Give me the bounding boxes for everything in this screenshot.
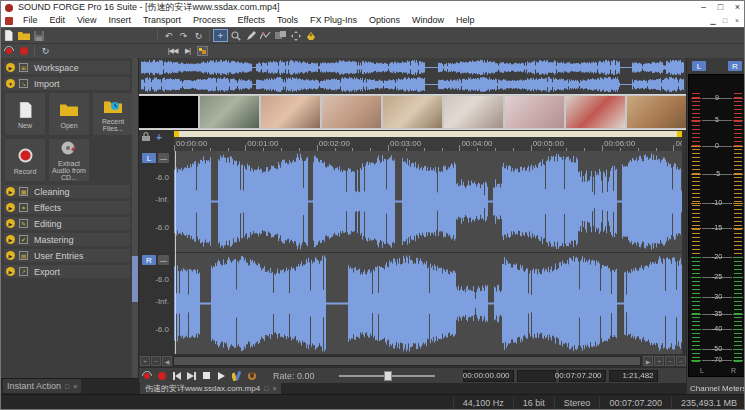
menu-tools[interactable]: Tools (271, 14, 304, 27)
record-icon[interactable] (154, 369, 169, 382)
sidebar-section-workspace[interactable]: ▶⊞Workspace (4, 61, 130, 74)
menu-window[interactable]: Window (406, 14, 450, 27)
go-to-end-icon[interactable] (184, 369, 199, 382)
zoom-in-icon[interactable]: + (140, 356, 150, 366)
open-file-button[interactable] (16, 29, 31, 42)
save-button[interactable] (31, 29, 46, 42)
sidebar-scrollbar[interactable] (132, 58, 138, 378)
record-button[interactable]: Record (5, 139, 45, 181)
loop-icon[interactable]: ↻ (38, 45, 53, 58)
menu-fx-plug-ins[interactable]: FX Plug-Ins (304, 14, 363, 27)
rate-slider[interactable] (339, 371, 435, 381)
go-to-start-icon[interactable]: |◀◀ (165, 45, 180, 58)
zoom-in-time-icon[interactable]: + (654, 356, 664, 366)
right-channel-waveform[interactable] (174, 253, 682, 354)
status-file-length: 00:07:07.200 (599, 397, 671, 410)
extract-audio-from-cd-button[interactable]: Extract Audio from CD... (49, 139, 89, 181)
record-icon[interactable] (16, 45, 31, 58)
meter-scale-label: -10 (689, 199, 745, 206)
mdi-close-button[interactable]: × (731, 15, 743, 27)
repeat-icon[interactable]: ↻ (191, 29, 206, 42)
mdi-restore-button[interactable]: □ (719, 15, 731, 27)
sidebar-section-effects[interactable]: ▶✶Effects (4, 201, 130, 214)
sidebar-section-user-entries[interactable]: ▶▤User Entries (4, 249, 130, 262)
selection-start-field[interactable] (517, 370, 556, 382)
tab-close-icon[interactable]: × (272, 385, 276, 392)
video-thumbnail (261, 96, 320, 128)
zoom-out-time-icon[interactable]: − (665, 356, 675, 366)
menu-edit[interactable]: Edit (44, 14, 72, 27)
left-channel-minimize-button[interactable]: — (158, 153, 169, 163)
menu-view[interactable]: View (71, 14, 102, 27)
menu-options[interactable]: Options (363, 14, 406, 27)
event-tool-button[interactable] (273, 29, 288, 42)
tab-restore-icon[interactable]: □ (264, 385, 268, 392)
menu-effects[interactable]: Effects (232, 14, 271, 27)
chevron-right-icon: ▶ (6, 63, 15, 72)
scroll-left-icon[interactable]: ◀ (162, 356, 172, 366)
close-button[interactable]: × (729, 1, 745, 14)
instant-action-tab-strip: Instant Action □ × (1, 378, 139, 394)
marker-grid-icon[interactable] (195, 45, 210, 58)
menu-insert[interactable]: Insert (102, 14, 137, 27)
transport-toolbar: ↻ |◀◀ ▶| (1, 43, 745, 58)
envelope-tool-button[interactable] (258, 29, 273, 42)
panel-close-icon[interactable]: × (73, 383, 77, 390)
channel-meters-title[interactable]: Channel Meters □ (687, 383, 745, 394)
go-to-start-icon[interactable] (169, 369, 184, 382)
minimize-button[interactable]: – (695, 1, 712, 14)
right-channel-button[interactable]: R (142, 255, 156, 265)
navigate-tool-button[interactable] (288, 29, 303, 42)
sidebar-section-export[interactable]: ▶↗Export (4, 265, 130, 278)
pencil-tool-button[interactable] (243, 29, 258, 42)
meter-left-button[interactable]: L (692, 61, 706, 71)
menu-help[interactable]: Help (450, 14, 481, 27)
menu-transport[interactable]: Transport (137, 14, 187, 27)
restore-button[interactable]: □ (712, 1, 729, 14)
selection-length-field[interactable]: 1:21,482 (609, 370, 658, 382)
play-icon[interactable] (214, 369, 229, 382)
sidebar-section-cleaning[interactable]: ▶▦Cleaning (4, 185, 130, 198)
left-channel-button[interactable]: L (142, 153, 156, 163)
undo-icon[interactable]: ↶ (161, 29, 176, 42)
new-button[interactable]: New (5, 93, 45, 135)
meter-right-button[interactable]: R (728, 61, 742, 71)
recent-files-button[interactable]: Recent Files... (93, 93, 133, 135)
instant-action-tab[interactable]: Instant Action □ × (3, 379, 81, 393)
left-channel-waveform[interactable] (174, 151, 682, 252)
snapping-tool-button[interactable] (303, 29, 318, 42)
sidebar-section-import[interactable]: ▼↘Import (4, 77, 130, 90)
right-channel-minimize-button[interactable]: — (158, 255, 169, 265)
go-to-end-icon[interactable]: ▶| (180, 45, 195, 58)
menu-file[interactable]: File (17, 14, 44, 27)
play-device-icon[interactable] (229, 369, 244, 382)
new-file-button[interactable] (1, 29, 16, 42)
edit-cursor[interactable] (175, 151, 176, 354)
mdi-minimize-button[interactable]: ▁ (707, 15, 719, 27)
zoom-fit-icon[interactable]: ↔ (676, 356, 686, 366)
stop-icon[interactable] (199, 369, 214, 382)
chevron-right-icon: ▶ (6, 251, 15, 260)
cursor-position-field[interactable]: 00:00:00.000 (463, 370, 514, 382)
selection-end-field[interactable]: 00:07:07.200 (559, 370, 606, 382)
redo-icon[interactable]: ↷ (176, 29, 191, 42)
rate-slider-knob[interactable] (384, 371, 392, 381)
sidebar-section-editing[interactable]: ▶✎Editing (4, 217, 130, 230)
zoom-out-icon[interactable]: − (151, 356, 161, 366)
menu-process[interactable]: Process (187, 14, 232, 27)
sidebar-section-mastering[interactable]: ▶✔Mastering (4, 233, 130, 246)
edit-tool-button[interactable]: + (213, 29, 228, 42)
audio-overview[interactable] (139, 58, 686, 94)
video-thumbnail (322, 96, 381, 128)
file-tab[interactable]: 伤速的安详www.ssdax.com.mp4 □ × (140, 383, 281, 394)
burn-cd-icon[interactable] (1, 45, 16, 58)
open-button[interactable]: Open (49, 93, 89, 135)
loop-playback-icon[interactable] (244, 369, 259, 382)
horizontal-scrollbar[interactable] (173, 356, 641, 366)
time-ruler[interactable]: 00:00:0000:01:0000:02:0000:03:0000:04:00… (174, 137, 682, 151)
panel-float-icon[interactable]: □ (65, 383, 69, 390)
scroll-right-icon[interactable]: ▶ (643, 356, 653, 366)
record-remote-icon[interactable] (139, 369, 154, 382)
magnify-tool-button[interactable] (228, 29, 243, 42)
video-thumbnail (200, 96, 259, 128)
